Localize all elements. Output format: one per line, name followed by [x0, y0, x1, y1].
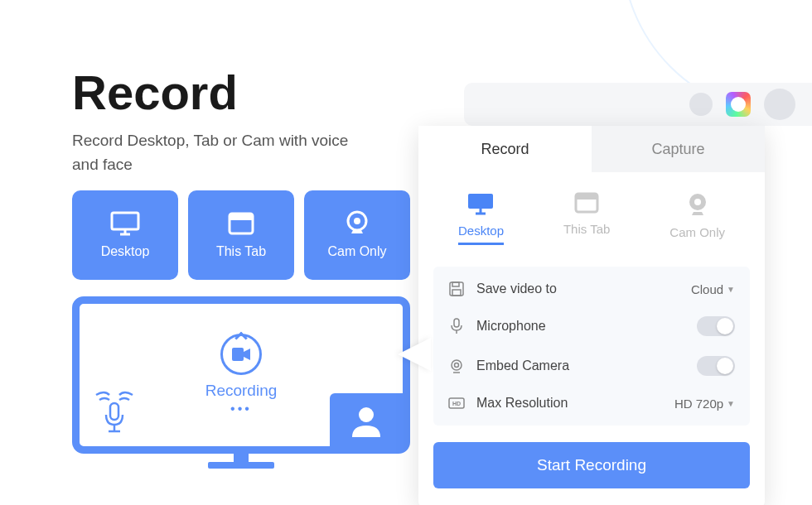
mode-card-desktop[interactable]: Desktop	[72, 190, 178, 280]
monitor-icon	[466, 192, 495, 215]
hd-icon: HD	[448, 397, 465, 409]
webcam-icon	[686, 192, 709, 217]
svg-rect-22	[454, 319, 459, 327]
mode-card-label: Desktop	[101, 244, 150, 259]
setting-save-video-to: Save video to Cloud ▼	[433, 272, 750, 306]
mode-card-this-tab[interactable]: This Tab	[188, 190, 294, 280]
extension-app-icon[interactable]	[726, 92, 751, 117]
svg-rect-0	[112, 213, 138, 229]
browser-toolbar	[464, 83, 812, 126]
svg-rect-8	[110, 403, 118, 420]
resolution-dropdown[interactable]: HD 720p ▼	[674, 397, 735, 411]
monitor-icon	[109, 211, 141, 236]
svg-rect-21	[452, 290, 461, 296]
mode-card-cam-only[interactable]: Cam Only	[304, 190, 410, 280]
record-icon	[220, 334, 262, 375]
tab-icon	[574, 192, 599, 214]
microphone-icon	[448, 318, 465, 334]
page-title: Record	[72, 65, 238, 120]
svg-rect-7	[232, 348, 244, 361]
page-subtitle: Record Desktop, Tab or Cam with voice an…	[72, 129, 370, 176]
settings-panel: Save video to Cloud ▼ Microphone Embed C…	[433, 267, 750, 426]
setting-label: Embed Camera	[476, 358, 685, 373]
camera-icon	[448, 358, 465, 373]
svg-rect-12	[468, 194, 493, 209]
mode-card-row: Desktop This Tab Cam Only	[72, 190, 410, 280]
mode-card-label: This Tab	[216, 244, 266, 259]
svg-point-24	[452, 360, 462, 370]
tab-icon	[225, 211, 257, 236]
setting-microphone: Microphone	[433, 306, 750, 346]
setting-label: Microphone	[476, 319, 685, 334]
svg-rect-4	[230, 214, 253, 220]
dropdown-value: HD 720p	[674, 397, 723, 411]
svg-rect-20	[452, 282, 459, 286]
popup-tabs: Record Capture	[418, 126, 765, 172]
save-to-dropdown[interactable]: Cloud ▼	[691, 282, 735, 296]
recording-status: Recording	[205, 382, 278, 400]
callout-pointer	[398, 338, 431, 371]
recording-illustration: Recording •••	[72, 296, 410, 479]
source-selector: Desktop This Tab Cam Only	[418, 172, 765, 260]
dropdown-value: Cloud	[691, 282, 723, 296]
svg-point-18	[694, 199, 701, 205]
source-label: Cam Only	[669, 225, 725, 239]
embed-camera-toggle[interactable]	[697, 356, 735, 376]
avatar-placeholder-icon	[764, 89, 795, 120]
source-label: Desktop	[458, 224, 504, 238]
extension-popup: Record Capture Desktop This Tab Cam Only…	[418, 126, 765, 505]
webcam-icon	[341, 211, 373, 236]
setting-max-resolution: HD Max Resolution HD 720p ▼	[433, 386, 750, 421]
microphone-toggle[interactable]	[697, 316, 735, 336]
microphone-waves-icon	[94, 388, 134, 438]
tab-record[interactable]: Record	[418, 126, 592, 172]
source-this-tab[interactable]: This Tab	[563, 192, 610, 245]
source-label: This Tab	[563, 222, 610, 236]
chevron-down-icon: ▼	[727, 399, 735, 408]
tab-capture[interactable]: Capture	[592, 126, 765, 172]
svg-rect-16	[576, 194, 597, 200]
setting-embed-camera: Embed Camera	[433, 346, 750, 386]
setting-label: Max Resolution	[476, 396, 663, 411]
source-cam-only[interactable]: Cam Only	[669, 192, 725, 245]
chevron-down-icon: ▼	[727, 285, 735, 294]
svg-point-11	[359, 407, 374, 422]
svg-point-25	[455, 363, 459, 368]
setting-label: Save video to	[476, 281, 679, 296]
start-recording-button[interactable]: Start Recording	[433, 442, 750, 488]
svg-point-6	[354, 218, 360, 224]
source-desktop[interactable]: Desktop	[458, 192, 504, 245]
save-icon	[448, 281, 465, 296]
svg-text:HD: HD	[452, 401, 461, 406]
toolbar-placeholder-icon	[689, 93, 713, 116]
camera-overlay	[330, 393, 403, 446]
loading-dots: •••	[230, 402, 252, 416]
mode-card-label: Cam Only	[327, 244, 386, 259]
